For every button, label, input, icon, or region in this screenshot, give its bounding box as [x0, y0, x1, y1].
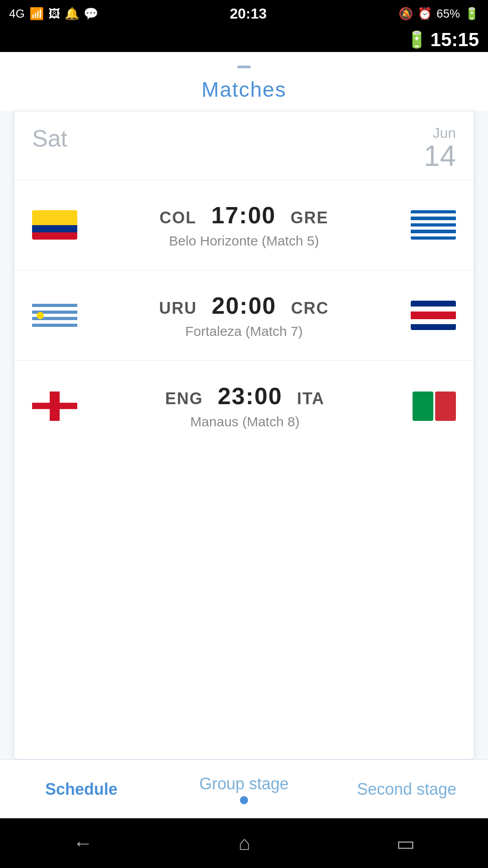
flag-stripe [32, 301, 77, 304]
tab-group-stage-label: Group stage [199, 774, 289, 793]
flag-stripe [411, 217, 456, 220]
team-left-code: COL [160, 208, 197, 227]
status-time: 20:13 [230, 5, 267, 22]
signal-icon: 4G [9, 7, 25, 21]
nav-home-button[interactable]: ⌂ [239, 832, 251, 854]
mute-icon: 🔕 [399, 7, 413, 21]
uruguay-sun [37, 312, 44, 319]
match-info: COL 17:00 GRE Belo Horizonte (Match 5) [77, 202, 411, 249]
match-row[interactable]: ENG 23:00 ITA Manaus (Match 8) [14, 361, 474, 451]
flag-stripe [411, 226, 456, 230]
flag-stripe [411, 324, 456, 330]
battery-indicator: 🔋 15:15 [407, 29, 479, 51]
tab-schedule[interactable]: Schedule [0, 771, 163, 808]
flag-colombia [32, 210, 77, 240]
date-number: 14 [424, 140, 456, 172]
date-day: Sat [32, 125, 67, 152]
photo-icon: 🖼 [48, 7, 60, 21]
flag-stripe-blue [32, 225, 77, 232]
matches-card: Sat Jun 14 COL 17:00 GRE Belo Horizonte … [14, 111, 474, 760]
flag-stripe [411, 230, 456, 233]
flag-stripe [411, 307, 456, 311]
flag-stripe [411, 311, 456, 319]
match-info: URU 20:00 CRC Fortaleza (Match 7) [77, 292, 411, 339]
flag-stripe [32, 320, 77, 323]
flag-stripe [32, 304, 77, 307]
flag-england [32, 392, 77, 421]
tab-indicator-dot [240, 796, 248, 804]
time-display: 15:15 [431, 29, 479, 51]
match-row[interactable]: COL 17:00 GRE Belo Horizonte (Match 5) [14, 180, 474, 270]
status-bar: 4G 📶 🖼 🔔 💬 20:13 🔕 ⏰ 65% 🔋 [0, 0, 488, 27]
main-content: Matches Sat Jun 14 COL 17:00 GRE [0, 52, 488, 760]
battery-icon2: 🔋 [407, 30, 427, 49]
match-venue: Belo Horizonte (Match 5) [77, 233, 411, 249]
flag-stripe [411, 236, 456, 240]
tab-bar: Schedule Group stage Second stage [0, 760, 488, 818]
flag-greece [411, 210, 456, 240]
flag-stripe [32, 324, 77, 327]
flag-italy-red [435, 392, 456, 421]
match-venue: Fortaleza (Match 7) [77, 324, 411, 339]
page-title: Matches [0, 77, 488, 102]
flag-italy-container [413, 392, 456, 421]
nav-bar: ← ⌂ ▭ [0, 818, 488, 868]
battery-icon: 🔋 [465, 7, 479, 21]
status-right: 🔕 ⏰ 65% 🔋 [399, 7, 479, 21]
status-left: 4G 📶 🖼 🔔 💬 [9, 7, 98, 21]
nav-back-button[interactable]: ← [73, 832, 93, 854]
tab-second-stage-label: Second stage [357, 780, 456, 798]
match-teams-time: URU 20:00 CRC [77, 292, 411, 319]
match-venue: Manaus (Match 8) [77, 414, 413, 429]
clock-icon: ⏰ [418, 7, 432, 21]
flag-uruguay [32, 301, 77, 330]
flag-stripe [411, 301, 456, 307]
battery-percent: 65% [436, 7, 460, 21]
date-month-num: Jun 14 [424, 125, 456, 170]
flag-costa-rica [411, 301, 456, 330]
match-time: 23:00 [218, 383, 282, 409]
nav-recents-button[interactable]: ▭ [396, 832, 415, 855]
page-title-area: Matches [0, 52, 488, 111]
flag-stripe [411, 233, 456, 236]
tab-schedule-label: Schedule [45, 780, 117, 798]
signal-bars: 📶 [29, 7, 44, 21]
flag-italy-green [413, 392, 433, 421]
flag-cross-vertical [50, 392, 60, 421]
flag-stripe [411, 220, 456, 223]
match-teams-time: COL 17:00 GRE [77, 202, 411, 229]
match-time: 20:00 [212, 292, 277, 319]
flag-stripe-yellow [32, 210, 77, 225]
flag-stripe [411, 210, 456, 213]
team-left-code: URU [159, 299, 197, 317]
status-bar-secondary: 🔋 15:15 [0, 27, 488, 52]
team-right-code: ITA [297, 389, 324, 408]
flag-stripe [411, 223, 456, 226]
match-teams-time: ENG 23:00 ITA [77, 382, 413, 410]
team-right-code: CRC [291, 299, 329, 317]
wechat-icon: 💬 [84, 7, 98, 21]
tab-group-stage[interactable]: Group stage [163, 765, 325, 813]
tab-second-stage[interactable]: Second stage [325, 771, 488, 808]
match-info: ENG 23:00 ITA Manaus (Match 8) [77, 382, 413, 429]
match-row[interactable]: URU 20:00 CRC Fortaleza (Match 7) [14, 270, 474, 361]
date-header: Sat Jun 14 [14, 111, 474, 180]
date-month: Jun [424, 125, 456, 142]
notification-icon: 🔔 [65, 7, 79, 21]
match-time: 17:00 [211, 202, 276, 228]
flag-stripe [32, 307, 77, 310]
flag-stripe [32, 327, 77, 330]
flag-stripe [411, 319, 456, 324]
team-right-code: GRE [291, 208, 328, 227]
title-dot [237, 66, 251, 68]
flag-stripe [411, 213, 456, 217]
team-left-code: ENG [165, 389, 203, 408]
flag-stripe-red [32, 232, 77, 240]
